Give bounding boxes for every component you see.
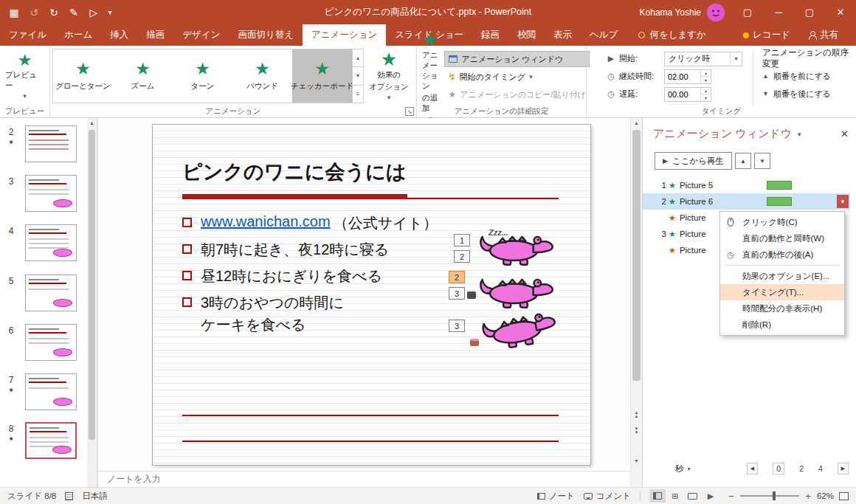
previous-slide-button[interactable]: ▲▲	[631, 407, 642, 422]
small-picture-onigiri[interactable]	[467, 291, 476, 299]
tab-view[interactable]: 表示	[545, 24, 581, 46]
add-animation-button[interactable]: ★ アニメーション の追加 ▾	[419, 49, 441, 103]
trigger-button[interactable]: ↯ 開始のタイミング ▾	[444, 69, 590, 85]
pink-crocodile-image-1[interactable]	[477, 229, 554, 266]
tab-review[interactable]: 校閲	[508, 24, 545, 46]
play-from-button[interactable]: ▶ ここから再生	[655, 152, 732, 170]
chevron-down-icon[interactable]: ▾	[798, 131, 801, 138]
menu-item-start-with-previous[interactable]: 直前の動作と同時(W)	[720, 230, 844, 246]
animation-order-badge[interactable]: 1	[454, 234, 470, 246]
hyperlink[interactable]: www.wanichan.com	[201, 213, 331, 230]
zoom-out-icon[interactable]: −	[728, 491, 735, 502]
minimize-button[interactable]: ─	[763, 0, 794, 24]
animation-style-turn[interactable]: ★ ターン	[173, 49, 232, 103]
bullet-item-3[interactable]: 昼12時におにぎりを食べる	[182, 266, 382, 286]
dialog-launcher-icon[interactable]: ↘	[405, 107, 414, 116]
tab-design[interactable]: デザイン	[173, 24, 229, 46]
timeline-bar[interactable]	[767, 197, 792, 206]
comments-toggle-button[interactable]: コメント	[584, 491, 631, 502]
tell-me-box[interactable]: 何をしますか	[629, 24, 714, 46]
avatar[interactable]	[707, 4, 725, 21]
account-name[interactable]: Kohama Yoshie	[640, 7, 701, 18]
slide-thumbnail[interactable]	[25, 224, 77, 261]
menu-item-hide-advanced-timeline[interactable]: 時間配分の非表示(H)	[720, 300, 844, 317]
next-slide-button[interactable]: ▼▼	[631, 424, 642, 438]
chevron-down-icon[interactable]: ▾	[730, 52, 742, 66]
move-later-button[interactable]: ▼ 順番を後にする	[762, 86, 854, 101]
app-icon[interactable]: ▦	[4, 3, 24, 22]
tab-home[interactable]: ホーム	[55, 24, 101, 46]
tab-draw[interactable]: 描画	[137, 24, 173, 46]
reading-view-button[interactable]	[685, 489, 701, 503]
animation-style-zoom[interactable]: ★ ズーム	[113, 49, 173, 103]
draw-touch-icon[interactable]: ✎	[64, 3, 83, 22]
slideshow-view-button[interactable]: ▶	[703, 489, 719, 503]
spin-up-icon[interactable]: ▴	[701, 88, 711, 95]
animation-order-badge[interactable]: 3	[449, 287, 465, 300]
slide-title[interactable]: ピンクのワニに会うには	[182, 159, 406, 185]
gallery-up-icon[interactable]: ▴	[353, 49, 363, 67]
slide-thumbnail[interactable]	[25, 324, 77, 361]
seconds-dropdown[interactable]: 秒 ▾	[675, 463, 691, 474]
timeline-right-icon[interactable]: ▶	[838, 463, 849, 474]
tab-animations[interactable]: アニメーション	[303, 24, 386, 46]
animation-style-checkerboard[interactable]: ★ チェッカーボード	[292, 49, 352, 103]
start-slideshow-icon[interactable]: ▷	[84, 3, 103, 22]
spin-down-icon[interactable]: ▾	[701, 94, 711, 101]
animation-item-picture-5[interactable]: 1 ★ Picture 5	[643, 177, 850, 193]
timeline-bar[interactable]	[767, 181, 792, 190]
animation-order-badge[interactable]: 2	[454, 250, 470, 263]
delay-input[interactable]	[665, 88, 700, 101]
scrollbar-thumb[interactable]	[89, 130, 95, 440]
effect-options-button[interactable]: ★ 効果の オプション ▾	[365, 48, 413, 103]
spin-down-icon[interactable]: ▾	[701, 77, 711, 83]
animation-item-picture-6[interactable]: 2 ★ Picture 6 ▼	[643, 193, 850, 210]
duration-input[interactable]	[665, 70, 700, 83]
menu-item-remove[interactable]: 削除(R)	[720, 317, 844, 333]
spin-up-icon[interactable]: ▴	[701, 70, 711, 77]
tab-insert[interactable]: 挿入	[101, 24, 137, 46]
pink-crocodile-image-2[interactable]	[477, 272, 554, 309]
redo-icon[interactable]: ↻	[44, 3, 63, 22]
menu-item-start-after-previous[interactable]: ◷ 直前の動作の後(A)	[720, 246, 844, 263]
slide-thumbnail[interactable]	[25, 175, 77, 212]
slide-canvas[interactable]: ピンクのワニに会うには www.wanichan.com （公式サイト） 朝7時…	[152, 124, 591, 466]
animation-order-badge[interactable]: 3	[449, 320, 465, 332]
language-indicator[interactable]: 日本語	[82, 491, 108, 502]
zoom-level[interactable]: 62%	[817, 491, 834, 500]
record-button[interactable]: レコード	[736, 24, 798, 46]
tab-file[interactable]: ファイル	[0, 24, 55, 46]
tab-record[interactable]: 録画	[472, 24, 508, 46]
gallery-more-icon[interactable]: ≡	[353, 86, 363, 103]
animation-painter-button[interactable]: ★ アニメーションのコピー/貼り付け	[444, 86, 590, 103]
animation-pane-toggle-button[interactable]: アニメーション ウィンドウ	[444, 51, 590, 67]
slide-thumbnail[interactable]	[25, 275, 77, 311]
tab-transitions[interactable]: 画面切り替え	[229, 24, 303, 46]
maximize-button[interactable]: ▢	[794, 0, 825, 24]
scroll-up-icon[interactable]: ▲	[87, 118, 97, 128]
share-button[interactable]: 共有	[801, 24, 846, 46]
qat-customize-chevron-icon[interactable]: ▾	[104, 3, 116, 22]
scroll-up-icon[interactable]: ▲	[631, 118, 642, 128]
move-down-button[interactable]: ▼	[754, 153, 770, 169]
zoom-slider-thumb[interactable]	[773, 491, 776, 500]
timeline-left-icon[interactable]: ◀	[747, 463, 758, 474]
notes-toggle-button[interactable]: ノート	[537, 491, 575, 502]
bullet-item-4-continued[interactable]: ケーキを食べる	[201, 315, 306, 335]
ribbon-display-options-icon[interactable]: ▢	[732, 0, 763, 24]
scrollbar-thumb[interactable]	[632, 130, 641, 381]
thumbnail-scrollbar[interactable]: ▲	[87, 118, 97, 487]
close-icon[interactable]: ✕	[841, 128, 849, 139]
notes-pane[interactable]: ノートを入力	[98, 471, 630, 487]
animation-order-badge-selected[interactable]: 2	[449, 271, 465, 283]
zoom-in-icon[interactable]: +	[804, 491, 812, 502]
proofing-icon[interactable]	[65, 492, 73, 500]
gallery-down-icon[interactable]: ▾	[353, 67, 363, 85]
fit-to-window-icon[interactable]	[839, 492, 849, 500]
item-dropdown-button[interactable]: ▼	[837, 195, 849, 208]
menu-item-effect-options[interactable]: 効果のオプション(E)...	[720, 268, 844, 284]
slide-thumbnail[interactable]	[25, 125, 77, 162]
close-button[interactable]: ✕	[825, 0, 856, 24]
bullet-item-1[interactable]: www.wanichan.com （公式サイト）	[182, 213, 438, 233]
slide-counter[interactable]: スライド 8/8	[7, 491, 56, 502]
